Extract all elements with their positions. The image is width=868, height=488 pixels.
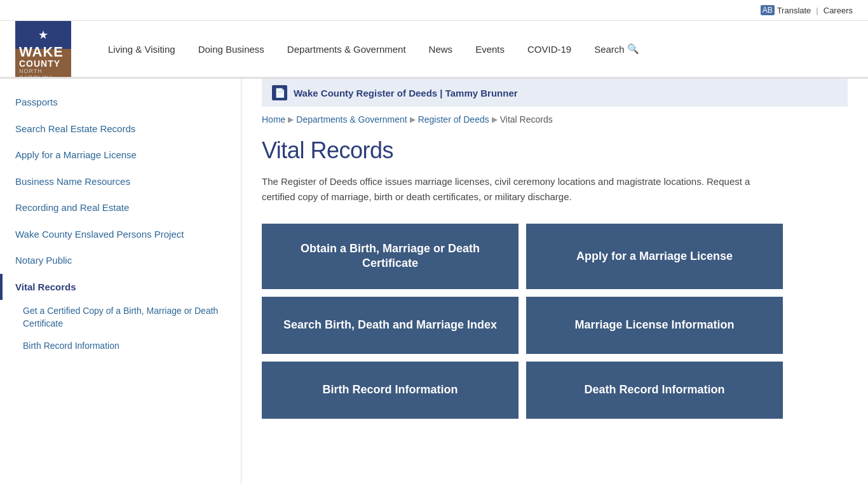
nav-search[interactable]: Search 🔍 xyxy=(583,37,651,61)
logo-county-text: COUNTY xyxy=(19,59,60,68)
card-death-info[interactable]: Death Record Information xyxy=(526,362,783,419)
sidebar-item-passports[interactable]: Passports xyxy=(0,89,241,116)
nav-covid[interactable]: COVID-19 xyxy=(516,37,583,61)
card-search-index[interactable]: Search Birth, Death and Marriage Index xyxy=(262,297,519,354)
main-nav: Living & Visiting Doing Business Departm… xyxy=(97,37,853,61)
sidebar-item-enslaved-persons[interactable]: Wake County Enslaved Persons Project xyxy=(0,221,241,248)
breadcrumb-current: Vital Records xyxy=(500,114,553,125)
top-bar: AB Translate | Careers xyxy=(0,0,868,21)
breadcrumb-register[interactable]: Register of Deeds xyxy=(418,114,489,125)
sidebar-item-notary[interactable]: Notary Public xyxy=(0,247,241,274)
logo-nc-text: NORTH CAROLINA xyxy=(19,68,71,77)
page-description: The Register of Deeds office issues marr… xyxy=(262,174,783,205)
logo-link[interactable]: ★ WAKE COUNTY NORTH CAROLINA xyxy=(15,21,71,77)
page-title: Vital Records xyxy=(262,137,848,164)
header: ★ WAKE COUNTY NORTH CAROLINA Living & Vi… xyxy=(0,21,868,79)
logo-wake-text: WAKE xyxy=(19,45,64,59)
sidebar-item-search-real-estate[interactable]: Search Real Estate Records xyxy=(0,116,241,142)
nav-living[interactable]: Living & Visiting xyxy=(97,37,187,61)
cards-grid: Obtain a Birth, Marriage or Death Certif… xyxy=(262,224,783,419)
card-apply-marriage[interactable]: Apply for a Marriage License xyxy=(526,224,783,289)
logo: ★ WAKE COUNTY NORTH CAROLINA xyxy=(15,21,71,77)
sidebar-item-apply-marriage[interactable]: Apply for a Marriage License xyxy=(0,142,241,168)
translate-link[interactable]: Translate xyxy=(777,6,811,15)
nav-news[interactable]: News xyxy=(417,37,465,61)
breadcrumb-sep-2: ▶ xyxy=(410,115,416,124)
breadcrumb-departments[interactable]: Departments & Government xyxy=(296,114,407,125)
card-birth-info[interactable]: Birth Record Information xyxy=(262,362,519,419)
careers-link[interactable]: Careers xyxy=(824,6,853,15)
page-layout: Passports Search Real Estate Records App… xyxy=(0,79,868,484)
translate-icon: AB xyxy=(761,5,775,15)
page-header-bar: 📄 Wake County Register of Deeds | Tammy … xyxy=(262,79,848,107)
sidebar-sub-birth-record[interactable]: Birth Record Information xyxy=(0,335,241,358)
search-label: Search xyxy=(594,44,625,55)
separator: | xyxy=(816,6,818,15)
breadcrumb: Home ▶ Departments & Government ▶ Regist… xyxy=(262,114,848,125)
sidebar-sub-certified-copy[interactable]: Get a Certified Copy of a Birth, Marriag… xyxy=(0,300,241,335)
main-content: 📄 Wake County Register of Deeds | Tammy … xyxy=(241,79,868,484)
nav-events[interactable]: Events xyxy=(464,37,516,61)
nav-departments[interactable]: Departments & Government xyxy=(276,37,417,61)
search-icon: 🔍 xyxy=(627,43,639,55)
sidebar: Passports Search Real Estate Records App… xyxy=(0,79,241,484)
page-header-title: Wake County Register of Deeds | Tammy Br… xyxy=(294,88,518,98)
page-icon: 📄 xyxy=(272,85,287,100)
nav-doing-business[interactable]: Doing Business xyxy=(187,37,276,61)
breadcrumb-home[interactable]: Home xyxy=(262,114,285,125)
sidebar-item-vital-records[interactable]: Vital Records xyxy=(0,274,241,301)
card-marriage-info[interactable]: Marriage License Information xyxy=(526,297,783,354)
card-obtain-cert[interactable]: Obtain a Birth, Marriage or Death Certif… xyxy=(262,224,519,289)
logo-star-icon: ★ xyxy=(38,28,48,42)
sidebar-item-recording[interactable]: Recording and Real Estate xyxy=(0,194,241,221)
breadcrumb-sep-1: ▶ xyxy=(288,115,294,124)
breadcrumb-sep-3: ▶ xyxy=(492,115,498,124)
sidebar-item-business-name[interactable]: Business Name Resources xyxy=(0,168,241,195)
